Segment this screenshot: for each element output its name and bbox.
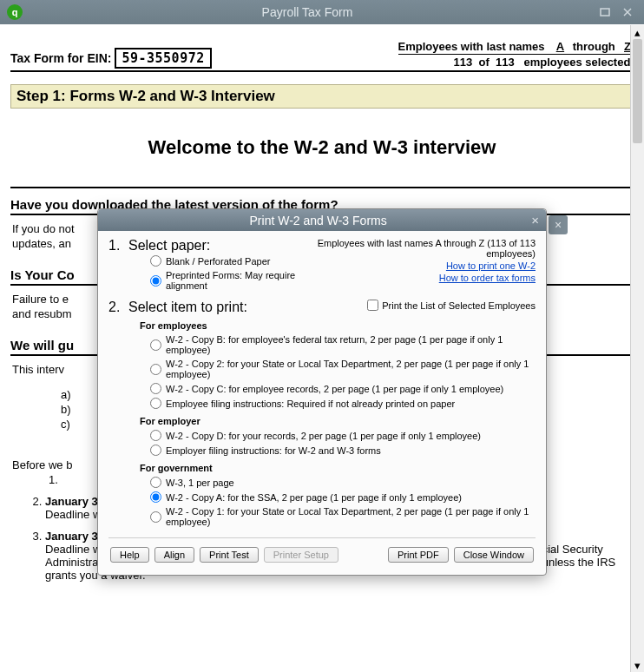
emp-selected-label: employees selected (524, 56, 631, 69)
emp-count-b: 113 (496, 56, 515, 69)
print-pdf-button[interactable]: Print PDF (388, 547, 449, 563)
align-button[interactable]: Align (154, 547, 194, 563)
label-copy-a: W-2 - Copy A: for the SSA, 2 per page (1… (166, 492, 462, 503)
label-blank-paper: Blank / Perforated Paper (166, 256, 270, 267)
label-print-list: Print the List of Selected Employees (382, 300, 536, 311)
label-copy-2: W-2 - Copy 2: for your State or Local Ta… (166, 359, 536, 379)
heading-for-employer: For employer (140, 416, 536, 426)
label-copy-d: W-2 - Copy D: for your records, 2 per pa… (166, 431, 481, 441)
window-title: Payroll Tax Form (23, 5, 592, 19)
print-test-button[interactable]: Print Test (200, 547, 259, 563)
radio-copy-b[interactable] (150, 339, 161, 351)
vertical-scrollbar[interactable]: ▴ ▾ (630, 25, 644, 672)
radio-preprinted[interactable] (150, 275, 161, 287)
welcome-heading: Welcome to the W-2 and W-3 interview (10, 136, 634, 159)
guide-partial: This interv (12, 363, 64, 376)
radio-employer-instructions[interactable] (150, 445, 161, 456)
section1-heading: Select paper: (128, 238, 210, 253)
app-logo-icon: q (7, 4, 23, 20)
heading-for-employees: For employees (140, 320, 536, 331)
label-w3: W-3, 1 per page (166, 478, 234, 488)
section2-num: 2. (108, 300, 120, 314)
modal-title: Print W-2 and W-3 Forms (105, 214, 531, 227)
background-dialog-close-icon[interactable]: × (549, 215, 568, 234)
label-copy-1: W-2 - Copy 1: for your State or Local Ta… (166, 506, 536, 527)
main-titlebar: q Payroll Tax Form (0, 0, 644, 24)
label-preprinted: Preprinted Forms: May require alignment (166, 270, 306, 291)
modal-close-icon[interactable]: × (531, 213, 539, 227)
heading-for-government: For government (140, 463, 536, 473)
svg-rect-0 (601, 9, 609, 16)
step-heading: Step 1: Forms W-2 and W-3 Interview (10, 84, 634, 109)
radio-emp-instructions[interactable] (150, 398, 161, 409)
help-button[interactable]: Help (110, 547, 149, 563)
printer-setup-button: Printer Setup (264, 547, 338, 563)
checkbox-print-list[interactable] (367, 300, 378, 311)
before-partial: Before we b (12, 458, 72, 471)
q1-partial-a: If you do not (12, 222, 75, 235)
emp-count-a: 113 (454, 56, 473, 69)
close-icon[interactable] (618, 4, 637, 20)
link-order-tax-forms[interactable]: How to order tax forms (306, 273, 536, 283)
label-copy-b: W-2 - Copy B: for employee's federal tax… (166, 334, 536, 355)
of-label: of (478, 56, 489, 69)
link-print-one-w2[interactable]: How to print one W-2 (306, 260, 536, 271)
radio-w3[interactable] (150, 477, 161, 488)
q1-partial-b: updates, an (12, 237, 71, 250)
scroll-up-icon[interactable]: ▴ (631, 25, 644, 39)
modal-divider (108, 537, 536, 538)
label-copy-c: W-2 - Copy C: for employee records, 2 pe… (166, 384, 503, 394)
emp-range-from: A (554, 40, 566, 53)
radio-blank-paper[interactable] (150, 255, 161, 267)
label-employer-instructions: Employer filing instructions: for W-2 an… (166, 445, 381, 456)
radio-copy-2[interactable] (150, 364, 161, 375)
radio-copy-1[interactable] (150, 511, 161, 523)
close-window-button[interactable]: Close Window (454, 547, 534, 563)
radio-copy-d[interactable] (150, 430, 161, 441)
label-emp-instructions: Employee filing instructions: Required i… (166, 399, 455, 409)
radio-copy-a[interactable] (150, 491, 161, 503)
radio-copy-c[interactable] (150, 383, 161, 394)
maximize-icon[interactable] (595, 4, 614, 20)
scrollbar-thumb[interactable] (633, 39, 642, 143)
scroll-down-icon[interactable]: ▾ (631, 658, 644, 672)
print-modal: Print W-2 and W-3 Forms × 1. Select pape… (97, 208, 547, 576)
section1-num: 1. (108, 238, 120, 253)
through-label: through (573, 40, 615, 53)
emp-range-label: Employees with last names (398, 40, 545, 53)
modal-emp-info: Employees with last names A through Z (1… (318, 238, 536, 259)
ein-value[interactable]: 59-3550972 (115, 48, 211, 69)
ein-label: Tax Form for EIN: (10, 51, 111, 65)
section2-heading: Select item to print: (128, 300, 247, 314)
